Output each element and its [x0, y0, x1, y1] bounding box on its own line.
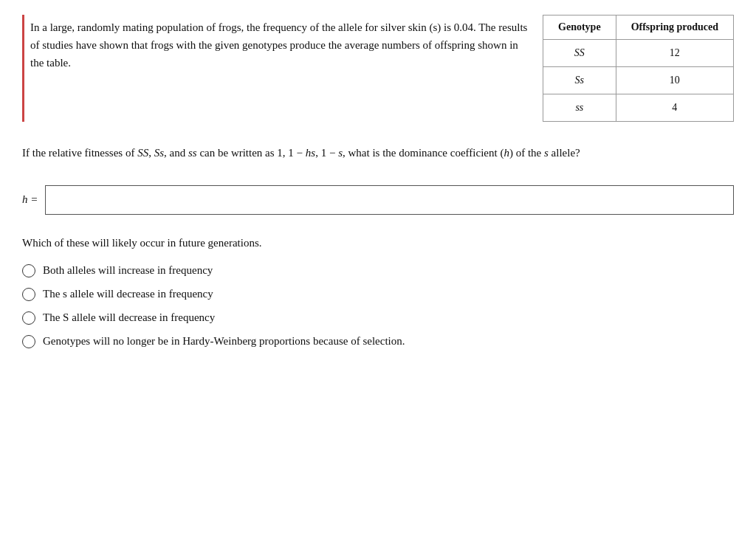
- option-text: Genotypes will no longer be in Hardy-Wei…: [43, 335, 405, 348]
- genotype-cell: ss: [543, 94, 616, 122]
- table-row: SS12: [543, 40, 734, 67]
- option-item[interactable]: Genotypes will no longer be in Hardy-Wei…: [22, 335, 734, 348]
- top-section: In a large, randomly mating population o…: [22, 15, 734, 122]
- genotype-table: Genotype Offspring produced SS12Ss10ss4: [543, 15, 734, 122]
- intro-text: In a large, randomly mating population o…: [30, 21, 527, 69]
- question-intro: In a large, randomly mating population o…: [22, 15, 528, 122]
- option-item[interactable]: Both alleles will increase in frequency: [22, 264, 734, 277]
- genotype-cell: SS: [543, 40, 616, 67]
- table-row: ss4: [543, 94, 734, 122]
- option-text: The s allele will decrease in frequency: [43, 288, 213, 300]
- offspring-cell: 10: [616, 67, 733, 94]
- radio-button[interactable]: [22, 335, 35, 348]
- h-label: h =: [22, 193, 38, 206]
- which-question: Which of these will likely occur in futu…: [22, 237, 734, 249]
- option-text: The S allele will decrease in frequency: [43, 311, 215, 324]
- answer-row: h =: [22, 185, 734, 215]
- genotype-cell: Ss: [543, 67, 616, 94]
- options-list: Both alleles will increase in frequencyT…: [22, 264, 734, 348]
- fitness-question: If the relative fitnesses of SS, Ss, and…: [22, 144, 734, 163]
- radio-button[interactable]: [22, 288, 35, 301]
- option-text: Both alleles will increase in frequency: [43, 264, 213, 277]
- offspring-cell: 4: [616, 94, 733, 122]
- col1-header: Genotype: [543, 15, 616, 40]
- table-row: Ss10: [543, 67, 734, 94]
- option-item[interactable]: The s allele will decrease in frequency: [22, 288, 734, 301]
- radio-button[interactable]: [22, 311, 35, 325]
- h-input[interactable]: [45, 185, 734, 215]
- col2-header: Offspring produced: [616, 15, 733, 40]
- option-item[interactable]: The S allele will decrease in frequency: [22, 311, 734, 325]
- offspring-cell: 12: [616, 40, 733, 67]
- radio-button[interactable]: [22, 264, 35, 277]
